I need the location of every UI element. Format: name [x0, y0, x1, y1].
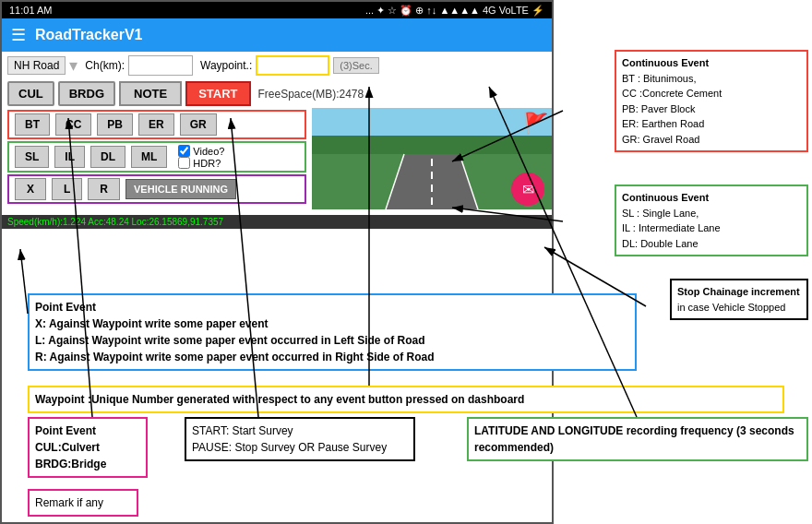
point-event-annotation: Point Event X: Against Waypoint write so… [28, 293, 637, 371]
time: 11:01 AM [9, 5, 52, 16]
ce1-line5: GR: Gravel Road [622, 134, 699, 145]
remark-annotation: Remark if any [28, 489, 138, 517]
cul-button[interactable]: CUL [7, 81, 54, 106]
remark-text: Remark if any [35, 496, 103, 509]
sec-badge: (3)Sec. [333, 57, 378, 74]
continuous-event-1-title: Continuous Event [622, 57, 709, 68]
ce1-line4: ER: Earthen Road [622, 118, 704, 129]
note-button[interactable]: NOTE [119, 81, 182, 106]
row1: NH Road ▾ Ch(km): Waypoint.: (3)Sec. [2, 52, 552, 79]
nh-road-label[interactable]: NH Road [7, 56, 66, 75]
row3-road-type: BT CC PB ER GR [7, 110, 306, 139]
status-bar: 11:01 AM ... ✦ ☆ ⏰ ⊕ ↑↓ ▲▲▲▲ 4G VoLTE ⚡ [2, 2, 552, 18]
start-button[interactable]: START [185, 81, 250, 106]
er-button[interactable]: ER [138, 113, 174, 136]
lat-long-annotation: LATITUDE AND LONGITUDE recording frequen… [467, 417, 808, 461]
hdr-label: HDR? [193, 158, 221, 169]
l-button[interactable]: L [52, 178, 82, 200]
video-label: Video? [193, 146, 224, 157]
main-layout: 11:01 AM ... ✦ ☆ ⏰ ⊕ ↑↓ ▲▲▲▲ 4G VoLTE ⚡ … [0, 0, 812, 524]
email-fab-button[interactable]: ✉ [511, 173, 544, 206]
waypoint-label: Waypoint.: [200, 59, 252, 72]
brdg-button[interactable]: BRDG [58, 81, 115, 106]
pe-line2: L: Against Waypoint write some paper eve… [35, 334, 425, 347]
waypoint-input[interactable] [256, 55, 329, 76]
section-mid: BT CC PB ER GR SL IL DL ML Video? [2, 108, 552, 213]
app-title: RoadTrackerV1 [35, 27, 143, 43]
stop-chainage-bold: Stop Chainage increment [677, 286, 800, 297]
pe2-brdg: BRDG:Bridge [35, 458, 106, 470]
waypoint-bold: Waypoint [35, 393, 85, 406]
ce1-line3: PB: Paver Block [622, 103, 695, 114]
row5-point-event: X L R VEHICLE RUNNING [7, 174, 306, 204]
x-button[interactable]: X [15, 178, 46, 200]
hdr-checkbox[interactable] [178, 157, 190, 169]
waypoint-annotation: Waypoint :Unique Number generated with r… [28, 386, 784, 413]
pe-line3: R: Against Waypoint write some paper eve… [35, 351, 435, 363]
waypoint-text: :Unique Number generated with respect to… [88, 393, 524, 406]
r-button[interactable]: R [88, 178, 120, 200]
ch-km-input[interactable] [128, 55, 193, 76]
ce2-line2: IL : Intermediate Lane [622, 222, 721, 233]
stop-chainage-text: in case Vehicle Stopped [677, 302, 785, 313]
ce1-line2: CC :Concrete Cement [622, 88, 722, 99]
cc-button[interactable]: CC [55, 113, 91, 136]
sl-button[interactable]: SL [15, 146, 49, 168]
continuous-event-1-annotation: Continuous Event BT : Bitunimous, CC :Co… [615, 50, 808, 152]
continuous-event-2-annotation: Continuous Event SL : Single Lane, IL : … [615, 185, 808, 256]
video-hdr-panel: Video? HDR? [178, 145, 224, 169]
dl-button[interactable]: DL [90, 146, 125, 168]
pause-label: PAUSE: Stop Survey OR Pause Survey [192, 441, 387, 454]
freespace-label: FreeSpace(MB):2478 [258, 88, 364, 101]
bt-button[interactable]: BT [15, 113, 50, 136]
ce1-line1: BT : Bitunimous, [622, 73, 697, 84]
pe-line1: X: Against Waypoint write some paper eve… [35, 317, 269, 330]
ml-button[interactable]: ML [131, 146, 167, 168]
pe2-cul: CUL:Culvert [35, 441, 100, 454]
gr-button[interactable]: GR [180, 113, 217, 136]
signal-icons: ... ✦ ☆ ⏰ ⊕ ↑↓ ▲▲▲▲ 4G VoLTE ⚡ [365, 5, 544, 17]
road-image-panel: 🚩 ✉ [312, 108, 552, 213]
app-bar: ☰ RoadTrackerV1 [2, 18, 552, 52]
speed-text: Speed(km/h):1.224 Acc:48.24 Loc:26.15869… [7, 217, 223, 227]
stop-chainage-annotation: Stop Chainage increment in case Vehicle … [670, 279, 808, 320]
speed-row: Speed(km/h):1.224 Acc:48.24 Loc:26.15869… [2, 215, 552, 229]
continuous-event-2-title: Continuous Event [622, 192, 709, 203]
ce2-line3: DL: Double Lane [622, 238, 699, 249]
flag-icon: 🚩 [523, 112, 548, 136]
hdr-checkbox-row: HDR? [178, 157, 224, 169]
menu-icon[interactable]: ☰ [11, 25, 26, 45]
row4-lane-type: SL IL DL ML Video? HDR? [7, 141, 306, 173]
il-button[interactable]: IL [54, 146, 85, 168]
video-checkbox[interactable] [178, 145, 190, 157]
point-event-title: Point Event [35, 301, 96, 314]
start-label: START: Start Survey [192, 424, 293, 437]
lat-long-text: LATITUDE AND LONGITUDE recording frequen… [474, 424, 794, 454]
point-event-culbrdg-annotation: Point Event CUL:Culvert BRDG:Bridge [28, 417, 148, 478]
ce2-line1: SL : Single Lane, [622, 208, 699, 219]
video-checkbox-row: Video? [178, 145, 224, 157]
pb-button[interactable]: PB [97, 113, 133, 136]
dropdown-arrow: ▾ [69, 55, 78, 76]
start-pause-annotation: START: Start Survey PAUSE: Stop Survey O… [185, 417, 415, 461]
ch-km-label: Ch(km): [85, 59, 125, 72]
point-event-2-title: Point Event [35, 424, 96, 437]
row2: CUL BRDG NOTE START FreeSpace(MB):2478 [2, 79, 552, 108]
vehicle-running-button[interactable]: VEHICLE RUNNING [125, 179, 236, 199]
left-controls: BT CC PB ER GR SL IL DL ML Video? [2, 108, 312, 213]
